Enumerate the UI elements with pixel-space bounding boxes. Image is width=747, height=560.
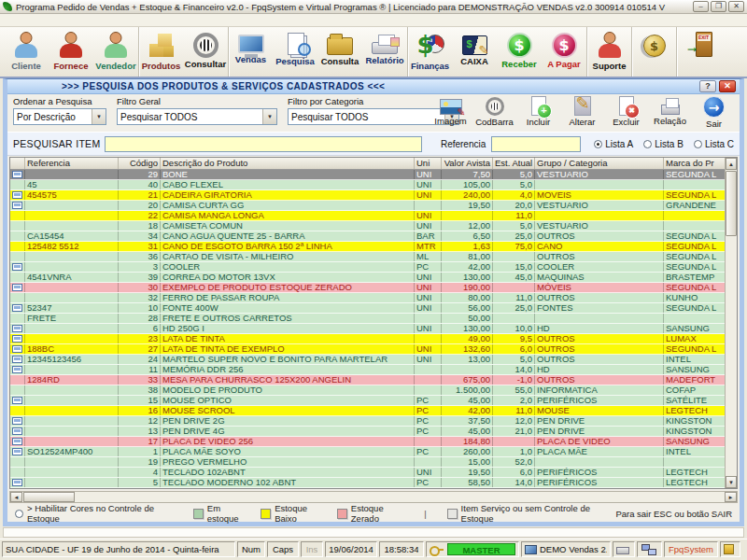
table-row[interactable]: 38 MODELO DE PRODUTO 1.500,00 55,0 INFOR… (10, 385, 725, 396)
table-row[interactable]: 20 CAMISA CURTA GG 19,50 20,0 VESTUARIO … (10, 201, 725, 211)
relacao-button[interactable]: Relação (648, 92, 692, 129)
search-input[interactable] (105, 136, 422, 152)
column-header-uni[interactable]: Uni (415, 158, 442, 169)
horizontal-scrollbar[interactable]: ◄ ► (9, 491, 738, 503)
table-row[interactable]: 22 CAMISA MANGA LONGA UNI 11,0 (10, 211, 725, 221)
reference-input[interactable] (491, 136, 581, 152)
filter-label: Filtro Geral (117, 96, 277, 106)
toolbar: Cliente Fornece Vendedor Produtos Consul… (0, 27, 747, 78)
toolbar-relatorio[interactable]: Relatório (362, 27, 407, 77)
table-row[interactable]: 29 BONE UNI 7,50 5,0 VESTUARIO SEGUNDA L (10, 170, 725, 180)
table-row[interactable]: 3 COOLER PC 42,00 15,0 COOLER SEGUNDA L (10, 262, 725, 273)
table-row[interactable]: 15 MOUSE OPTICO PC 45,00 2,0 PERIFÉRICOS… (10, 396, 725, 406)
column-header-referencia[interactable]: Referencia (25, 158, 119, 169)
cell-descricao: MODELO DE PRODUTO (161, 385, 415, 395)
table-row[interactable]: 19 PREGO VERMELHO 15,00 52,0 (10, 457, 725, 468)
table-row[interactable]: 12 PEN DRIVE 2G PC 37,50 12,0 PEN DRIVE … (10, 416, 725, 427)
cell-grupo: HD (535, 324, 664, 333)
codbarra-button[interactable]: CodBarra (472, 92, 516, 129)
exit-hint: Para sair ESC ou botão SAIR (615, 509, 732, 519)
toolbar-consulta[interactable]: Consulta (317, 27, 362, 77)
toolbar-consultar[interactable]: Consultar (183, 27, 228, 77)
minimize-button[interactable]: – (693, 1, 709, 12)
scroll-right-icon[interactable]: ► (725, 492, 737, 502)
table-row[interactable]: FRETE 28 FRETE E OUTROS CARRETOS 50,00 (10, 314, 725, 324)
column-header-codigo[interactable]: Código (119, 158, 161, 169)
scroll-up-icon[interactable]: ▲ (726, 158, 737, 170)
table-row[interactable]: 454575 21 CADEIRA GIRATORIA UNI 240,00 4… (10, 190, 725, 201)
table-row[interactable]: 30 EXEMPLO DE PRODUTO ESTOQUE ZERADO UNI… (10, 283, 725, 293)
toolbar-cliente[interactable]: Cliente (4, 27, 49, 77)
table-row[interactable]: 45 40 CABO FLEXEL UNI 105,00 5,0 (10, 180, 725, 190)
table-row[interactable]: 52347 10 FONTE 400W UNI 56,00 25,0 FONTE… (10, 303, 725, 314)
column-header-marca[interactable]: Marca do Pr (664, 158, 725, 169)
toolbar-caixa[interactable]: CAIXA (452, 27, 497, 77)
toolbar-produtos[interactable]: Produtos (138, 27, 183, 77)
panel-help-button[interactable]: ? (699, 80, 716, 92)
folder-icon (327, 37, 353, 55)
toolbar-fornece[interactable]: Fornece (49, 27, 93, 77)
table-row[interactable]: 36 CARTAO DE VISITA - MILHEIRO ML 81,00 … (10, 252, 725, 262)
imagem-button[interactable]: Imagem (429, 92, 472, 129)
lista-c-radio[interactable]: Lista C (694, 139, 734, 149)
table-row[interactable]: 4541VNRA 39 CORREA DO MOTOR 13VX UNI 130… (10, 273, 725, 283)
window-title: Programa Pedido de Vendas + Estoque & Fi… (16, 2, 691, 12)
chevron-down-icon[interactable]: ▼ (262, 109, 276, 124)
cell-valor: 13,00 (442, 355, 493, 364)
cell-estoque: 11,0 (493, 211, 535, 220)
table-row[interactable]: 125482 5512 31 CANO DE ESGOTO BARRA 150 … (10, 242, 725, 252)
enable-colors-control[interactable]: > Habilitar Cores no Controle de Estoque (15, 503, 173, 524)
column-header-icon[interactable] (10, 158, 25, 169)
sair-button[interactable]: Sair (692, 92, 736, 129)
horizontal-scroll-thumb[interactable] (23, 492, 75, 502)
close-button[interactable]: ✕ (728, 1, 744, 12)
lista-b-radio[interactable]: Lista B (643, 139, 684, 149)
panel-close-button[interactable]: ✕ (719, 80, 736, 92)
toolbar-suporte[interactable]: Suporte (586, 27, 631, 77)
excluir-button[interactable]: Excluir (604, 92, 648, 129)
table-row[interactable]: 16 MOUSE SCROOL PC 42,00 11,0 MOUSE LEGT… (10, 406, 725, 416)
table-row[interactable]: 11 MEMÓRIA DDR 256 14,0 HD SANSUNG (10, 365, 725, 375)
filter-dropdown[interactable]: Por Descrição ▼ (13, 108, 106, 125)
table-row[interactable]: 1284RD 33 MESA PARA CHURRASCO 125X200 AN… (10, 375, 725, 385)
table-row[interactable]: 5 TECLADO MODERNO 102 ABNT PC 58,50 14,0… (10, 478, 725, 488)
column-header-valor[interactable]: Valor Avista (442, 158, 493, 169)
table-row[interactable]: 32 FERRO DE PASSAR ROUPA UNI 80,00 11,0 … (10, 293, 725, 303)
table-row[interactable]: 23 LATA DE TINTA 49,00 9,5 OUTROS LUMAX (10, 334, 725, 344)
chevron-down-icon[interactable]: ▼ (92, 109, 106, 124)
toolbar-moeda[interactable] (631, 27, 676, 77)
toolbar-apagar[interactable]: A Pagar (542, 27, 586, 77)
filter-dropdown[interactable]: Pesquisar TODOS ▼ (117, 108, 277, 125)
scroll-down-icon[interactable]: ▼ (726, 476, 737, 488)
column-header-descricao[interactable]: Descrição do Produto (161, 158, 415, 169)
toolbar-financas[interactable]: Finanças (407, 27, 452, 77)
incluir-button[interactable]: Incluir (516, 92, 560, 129)
table-row[interactable]: SO12524MP400 1 PLACA MÃE SOYO PC 260,00 … (10, 447, 725, 457)
table-row[interactable]: CA15454 34 CANO AGUA QUENTE 25 - BARRA B… (10, 231, 725, 242)
column-header-estoque[interactable]: Est. Atual (493, 158, 535, 169)
legend-divider: | (424, 509, 426, 519)
scroll-left-icon[interactable]: ◄ (10, 492, 22, 502)
toolbar-vendedor[interactable]: Vendedor (93, 27, 138, 77)
application-window: { "window": { "title": "Programa Pedido … (0, 0, 747, 560)
edit-pencil-icon (574, 96, 591, 116)
vertical-scrollbar[interactable]: ▲ ▼ (725, 158, 737, 488)
toolbar-button-label: Relatório (365, 55, 403, 65)
restore-button[interactable]: ❐ (711, 1, 726, 12)
image-icon (440, 99, 462, 115)
toolbar-vendas[interactable]: Vendas (228, 27, 273, 77)
toolbar-pesquisa[interactable]: Pesquisa (273, 27, 317, 77)
table-row[interactable]: 4 TECLADO 102ABNT UNI 19,50 6,0 PERIFÉRI… (10, 468, 725, 478)
toolbar-receber[interactable]: Receber (497, 27, 542, 77)
alterar-button[interactable]: Alterar (560, 92, 604, 129)
table-row[interactable]: 6 HD 250G I UNI 130,00 10,0 HD SANSUNG (10, 324, 725, 334)
column-header-grupo[interactable]: Grupo / Categoria (535, 158, 664, 169)
table-row[interactable]: 13 PEN DRIVE 4G PC 45,00 21,0 PEN DRIVE … (10, 427, 725, 437)
vertical-scroll-thumb[interactable] (726, 171, 737, 236)
table-row[interactable]: 12345123456 24 MARTELO SUPER NOVO E BONI… (10, 355, 725, 365)
toolbar-sair[interactable] (676, 27, 721, 77)
table-row[interactable]: 17 PLACA DE VIDEO 256 184,80 PLACA DE VI… (10, 437, 725, 447)
table-row[interactable]: 18 CAMISETA COMUN UNI 12,00 5,0 VESTUARI… (10, 221, 725, 231)
lista-a-radio[interactable]: Lista A (594, 139, 633, 149)
table-row[interactable]: 188BC 27 LATA DE TINTA DE EXEMPLO UNI 13… (10, 344, 725, 355)
